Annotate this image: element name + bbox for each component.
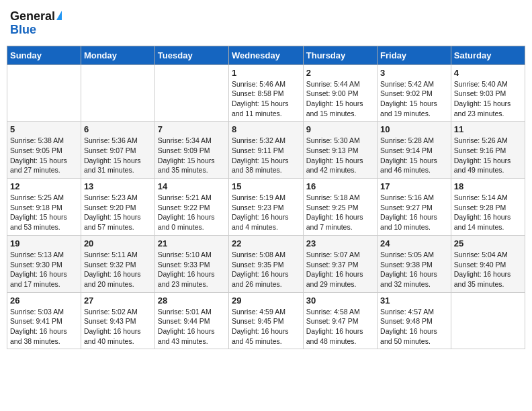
day-info: Sunrise: 4:58 AM Sunset: 9:47 PM Dayligh… [306, 307, 374, 347]
day-number: 31 [380, 295, 448, 306]
day-info: Sunrise: 5:38 AM Sunset: 9:05 PM Dayligh… [10, 136, 78, 175]
calendar-day-cell: 19Sunrise: 5:13 AM Sunset: 9:30 PM Dayli… [7, 235, 81, 292]
calendar-day-cell: 25Sunrise: 5:04 AM Sunset: 9:40 PM Dayli… [451, 235, 525, 292]
day-number: 25 [454, 238, 522, 248]
day-number: 24 [380, 238, 448, 248]
calendar-day-cell: 6Sunrise: 5:36 AM Sunset: 9:07 PM Daylig… [81, 122, 154, 179]
calendar-day-cell: 24Sunrise: 5:05 AM Sunset: 9:38 PM Dayli… [378, 235, 451, 292]
day-info: Sunrise: 5:36 AM Sunset: 9:07 PM Dayligh… [84, 136, 152, 175]
day-number: 26 [10, 295, 78, 306]
calendar-table: SundayMondayTuesdayWednesdayThursdayFrid… [7, 46, 525, 350]
day-number: 22 [232, 238, 300, 248]
calendar-day-cell: 13Sunrise: 5:23 AM Sunset: 9:20 PM Dayli… [81, 179, 154, 236]
day-number: 3 [380, 68, 448, 78]
calendar-week-row: 19Sunrise: 5:13 AM Sunset: 9:30 PM Dayli… [7, 235, 525, 292]
calendar-week-row: 12Sunrise: 5:25 AM Sunset: 9:18 PM Dayli… [7, 179, 525, 236]
calendar-day-cell: 15Sunrise: 5:19 AM Sunset: 9:23 PM Dayli… [228, 179, 303, 236]
calendar-empty-cell [7, 64, 81, 122]
day-number: 10 [380, 124, 448, 134]
day-info: Sunrise: 5:14 AM Sunset: 9:28 PM Dayligh… [454, 193, 522, 232]
weekday-header-row: SundayMondayTuesdayWednesdayThursdayFrid… [7, 46, 525, 64]
weekday-header-cell: Friday [378, 46, 451, 64]
day-info: Sunrise: 5:05 AM Sunset: 9:38 PM Dayligh… [380, 250, 448, 289]
day-info: Sunrise: 5:46 AM Sunset: 8:58 PM Dayligh… [232, 79, 300, 119]
day-info: Sunrise: 5:04 AM Sunset: 9:40 PM Dayligh… [454, 250, 522, 289]
day-number: 9 [306, 124, 374, 134]
day-number: 11 [454, 124, 522, 134]
calendar-day-cell: 30Sunrise: 4:58 AM Sunset: 9:47 PM Dayli… [303, 292, 377, 349]
day-info: Sunrise: 5:30 AM Sunset: 9:13 PM Dayligh… [306, 136, 374, 175]
day-number: 12 [10, 181, 78, 191]
day-info: Sunrise: 5:01 AM Sunset: 9:44 PM Dayligh… [158, 307, 226, 347]
day-info: Sunrise: 5:23 AM Sunset: 9:20 PM Dayligh… [84, 193, 152, 232]
day-number: 7 [158, 124, 226, 134]
day-info: Sunrise: 5:40 AM Sunset: 9:03 PM Dayligh… [454, 79, 522, 119]
calendar-day-cell: 12Sunrise: 5:25 AM Sunset: 9:18 PM Dayli… [7, 179, 81, 236]
day-info: Sunrise: 5:28 AM Sunset: 9:14 PM Dayligh… [380, 136, 448, 175]
calendar-day-cell: 16Sunrise: 5:18 AM Sunset: 9:25 PM Dayli… [303, 179, 377, 236]
day-info: Sunrise: 5:42 AM Sunset: 9:02 PM Dayligh… [380, 79, 448, 119]
day-number: 23 [306, 238, 374, 248]
calendar-day-cell: 11Sunrise: 5:26 AM Sunset: 9:16 PM Dayli… [451, 122, 525, 179]
calendar-day-cell: 28Sunrise: 5:01 AM Sunset: 9:44 PM Dayli… [154, 292, 228, 349]
logo: General Blue [10, 10, 62, 37]
day-number: 17 [380, 181, 448, 191]
calendar-day-cell: 18Sunrise: 5:14 AM Sunset: 9:28 PM Dayli… [451, 179, 525, 236]
logo-general-text: General [10, 10, 55, 24]
day-info: Sunrise: 5:34 AM Sunset: 9:09 PM Dayligh… [158, 136, 226, 175]
calendar-empty-cell [154, 64, 228, 122]
day-number: 16 [306, 181, 374, 191]
logo-blue-text: Blue [10, 24, 36, 37]
calendar-day-cell: 31Sunrise: 4:57 AM Sunset: 9:48 PM Dayli… [378, 292, 451, 349]
day-number: 28 [158, 295, 226, 306]
day-info: Sunrise: 5:16 AM Sunset: 9:27 PM Dayligh… [380, 193, 448, 232]
day-number: 8 [232, 124, 300, 134]
day-info: Sunrise: 5:21 AM Sunset: 9:22 PM Dayligh… [158, 193, 226, 232]
day-number: 15 [232, 181, 300, 191]
calendar-day-cell: 7Sunrise: 5:34 AM Sunset: 9:09 PM Daylig… [154, 122, 228, 179]
day-info: Sunrise: 4:57 AM Sunset: 9:48 PM Dayligh… [380, 307, 448, 347]
calendar-week-row: 5Sunrise: 5:38 AM Sunset: 9:05 PM Daylig… [7, 122, 525, 179]
day-number: 18 [454, 181, 522, 191]
logo-icon [56, 11, 62, 20]
calendar-day-cell: 8Sunrise: 5:32 AM Sunset: 9:11 PM Daylig… [228, 122, 303, 179]
day-info: Sunrise: 5:25 AM Sunset: 9:18 PM Dayligh… [10, 193, 78, 232]
calendar-day-cell: 10Sunrise: 5:28 AM Sunset: 9:14 PM Dayli… [378, 122, 451, 179]
day-info: Sunrise: 5:18 AM Sunset: 9:25 PM Dayligh… [306, 193, 374, 232]
calendar-day-cell: 20Sunrise: 5:11 AM Sunset: 9:32 PM Dayli… [81, 235, 154, 292]
day-info: Sunrise: 5:11 AM Sunset: 9:32 PM Dayligh… [84, 250, 152, 289]
day-info: Sunrise: 5:02 AM Sunset: 9:43 PM Dayligh… [84, 307, 152, 347]
weekday-header-cell: Thursday [303, 46, 377, 64]
day-info: Sunrise: 4:59 AM Sunset: 9:45 PM Dayligh… [232, 307, 300, 347]
day-info: Sunrise: 5:32 AM Sunset: 9:11 PM Dayligh… [232, 136, 300, 175]
calendar-day-cell: 17Sunrise: 5:16 AM Sunset: 9:27 PM Dayli… [378, 179, 451, 236]
day-number: 5 [10, 124, 78, 134]
day-info: Sunrise: 5:10 AM Sunset: 9:33 PM Dayligh… [158, 250, 226, 289]
day-info: Sunrise: 5:03 AM Sunset: 9:41 PM Dayligh… [10, 307, 78, 347]
calendar-week-row: 1Sunrise: 5:46 AM Sunset: 8:58 PM Daylig… [7, 64, 525, 122]
day-number: 29 [232, 295, 300, 306]
calendar-day-cell: 21Sunrise: 5:10 AM Sunset: 9:33 PM Dayli… [154, 235, 228, 292]
day-number: 13 [84, 181, 152, 191]
calendar-day-cell: 26Sunrise: 5:03 AM Sunset: 9:41 PM Dayli… [7, 292, 81, 349]
calendar-empty-cell [81, 64, 154, 122]
day-number: 20 [84, 238, 152, 248]
weekday-header-cell: Tuesday [154, 46, 228, 64]
calendar-empty-cell [451, 292, 525, 349]
day-info: Sunrise: 5:08 AM Sunset: 9:35 PM Dayligh… [232, 250, 300, 289]
weekday-header-cell: Sunday [7, 46, 81, 64]
calendar-day-cell: 14Sunrise: 5:21 AM Sunset: 9:22 PM Dayli… [154, 179, 228, 236]
day-number: 27 [84, 295, 152, 306]
day-number: 4 [454, 68, 522, 78]
calendar-day-cell: 3Sunrise: 5:42 AM Sunset: 9:02 PM Daylig… [378, 64, 451, 122]
calendar-day-cell: 9Sunrise: 5:30 AM Sunset: 9:13 PM Daylig… [303, 122, 377, 179]
calendar-day-cell: 4Sunrise: 5:40 AM Sunset: 9:03 PM Daylig… [451, 64, 525, 122]
calendar-day-cell: 27Sunrise: 5:02 AM Sunset: 9:43 PM Dayli… [81, 292, 154, 349]
day-info: Sunrise: 5:19 AM Sunset: 9:23 PM Dayligh… [232, 193, 300, 232]
page-header: General Blue [7, 7, 525, 40]
day-info: Sunrise: 5:26 AM Sunset: 9:16 PM Dayligh… [454, 136, 522, 175]
day-number: 30 [306, 295, 374, 306]
calendar-day-cell: 1Sunrise: 5:46 AM Sunset: 8:58 PM Daylig… [228, 64, 303, 122]
day-info: Sunrise: 5:13 AM Sunset: 9:30 PM Dayligh… [10, 250, 78, 289]
calendar-week-row: 26Sunrise: 5:03 AM Sunset: 9:41 PM Dayli… [7, 292, 525, 349]
